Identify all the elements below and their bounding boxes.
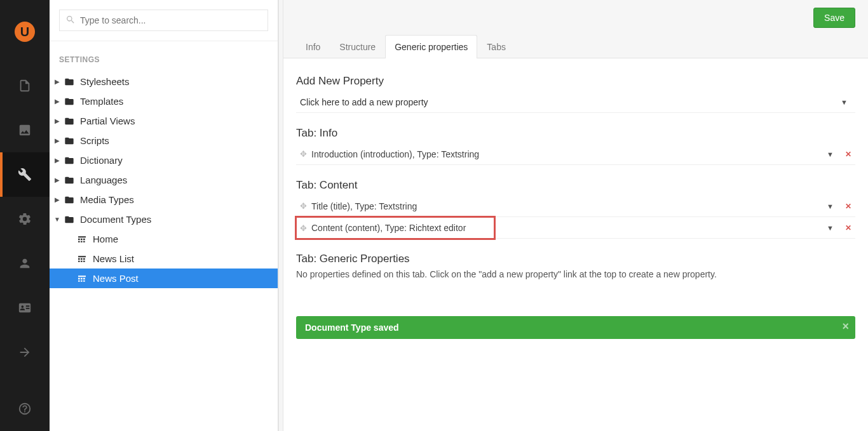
app-nav: U <box>0 0 50 431</box>
add-property-label: Click here to add a new property <box>300 97 833 107</box>
section-title: Tab: Info <box>296 127 855 140</box>
section-tab-content: Tab: Content ✥ Title (title), Type: Text… <box>296 179 855 239</box>
chevron-right-icon: ▶ <box>52 98 62 105</box>
nav-help[interactable] <box>0 387 50 431</box>
chevron-right-icon: ▶ <box>52 157 62 164</box>
tree-partial-views[interactable]: ▶Partial Views <box>50 111 278 131</box>
tree-dictionary[interactable]: ▶Dictionary <box>50 150 278 170</box>
chevron-down-icon: ▼ <box>52 216 62 223</box>
delete-icon[interactable]: ✕ <box>841 150 855 159</box>
tree-item-label: News Post <box>93 273 139 284</box>
chevron-right-icon: ▶ <box>52 176 62 183</box>
toast-success: Document Type saved × <box>296 316 855 339</box>
folder-icon <box>64 76 75 88</box>
tree-stylesheets[interactable]: ▶Stylesheets <box>50 72 278 91</box>
nav-settings[interactable] <box>0 152 50 197</box>
chevron-down-icon[interactable]: ▼ <box>819 224 841 232</box>
delete-icon[interactable]: ✕ <box>841 202 855 211</box>
tab-row: Info Structure Generic properties Tabs <box>283 35 868 58</box>
tab-generic-properties[interactable]: Generic properties <box>385 35 477 58</box>
nav-developer[interactable] <box>0 197 50 241</box>
tree-languages[interactable]: ▶Languages <box>50 170 278 190</box>
section-tab-info: Tab: Info ✥ Introduction (introduction),… <box>296 127 855 165</box>
search-input[interactable] <box>59 10 268 31</box>
tree-templates[interactable]: ▶Templates <box>50 91 278 111</box>
property-label: Content (content), Type: Richtext editor <box>311 223 494 233</box>
user-icon <box>18 256 32 270</box>
generic-help-text: No properties defined on this tab. Click… <box>296 269 855 279</box>
tree-scripts[interactable]: ▶Scripts <box>50 131 278 150</box>
chevron-down-icon[interactable]: ▼ <box>819 202 841 210</box>
move-icon[interactable]: ✥ <box>300 149 308 159</box>
tree-item-label: Stylesheets <box>80 76 130 87</box>
tab-info[interactable]: Info <box>296 35 330 58</box>
property-label: Title (title), Type: Textstring <box>311 201 819 211</box>
chevron-right-icon: ▶ <box>52 78 62 85</box>
tree-home[interactable]: Home <box>50 229 278 249</box>
tab-structure[interactable]: Structure <box>330 35 385 58</box>
property-row-content[interactable]: ✥ Content (content), Type: Richtext edit… <box>296 217 494 239</box>
tree-item-label: Home <box>93 234 118 244</box>
tree-section-label: SETTINGS <box>50 41 278 72</box>
nav-members[interactable] <box>0 286 50 330</box>
folder-icon <box>64 135 75 147</box>
folder-icon <box>64 194 75 206</box>
chevron-down-icon[interactable]: ▼ <box>819 150 841 158</box>
nav-forms[interactable] <box>0 330 50 375</box>
image-icon <box>18 123 32 137</box>
app-logo-icon[interactable]: U <box>15 22 35 42</box>
chevron-right-icon: ▶ <box>52 117 62 124</box>
folder-icon <box>64 96 75 107</box>
tab-tabs[interactable]: Tabs <box>477 35 515 58</box>
tree-item-label: Dictionary <box>80 155 123 166</box>
tree-media-types[interactable]: ▶Media Types <box>50 190 278 209</box>
tree-item-label: Scripts <box>80 135 109 146</box>
tree-item-label: Document Types <box>80 214 151 225</box>
chevron-right-icon: ▶ <box>52 196 62 203</box>
folder-icon <box>64 155 75 166</box>
section-tab-generic: Tab: Generic Properties No properties de… <box>296 253 855 279</box>
folder-icon <box>64 116 75 127</box>
help-icon <box>18 402 32 416</box>
tree-item-label: Partial Views <box>80 116 135 126</box>
arrow-right-icon <box>18 345 32 359</box>
doctype-icon <box>76 234 88 245</box>
nav-media[interactable] <box>0 108 50 152</box>
panel-divider[interactable] <box>278 0 283 431</box>
tree-item-label: Languages <box>80 175 127 185</box>
tree-document-types[interactable]: ▼Document Types <box>50 209 278 229</box>
search-row <box>50 0 278 41</box>
main-panel: Save Info Structure Generic properties T… <box>283 0 868 431</box>
folder-icon <box>64 214 75 225</box>
tree-panel: SETTINGS ▶Stylesheets ▶Templates ▶Partia… <box>50 0 278 431</box>
tree-news-list[interactable]: News List <box>50 249 278 269</box>
save-button[interactable]: Save <box>813 8 855 28</box>
property-row-introduction[interactable]: ✥ Introduction (introduction), Type: Tex… <box>296 143 855 165</box>
toolbar: Save <box>283 0 868 35</box>
section-title: Add New Property <box>296 75 855 88</box>
tree-item-label: Templates <box>80 96 123 107</box>
document-icon <box>18 79 32 93</box>
toast-message: Document Type saved <box>305 322 399 333</box>
wrench-icon <box>18 168 32 182</box>
property-row-title[interactable]: ✥ Title (title), Type: Textstring ▼ ✕ <box>296 196 855 217</box>
close-icon[interactable]: × <box>842 320 849 333</box>
section-title: Tab: Generic Properties <box>296 253 855 265</box>
add-property-row[interactable]: Click here to add a new property ▼ <box>296 91 855 113</box>
move-icon[interactable]: ✥ <box>300 223 308 233</box>
nav-users[interactable] <box>0 241 50 286</box>
nav-content[interactable] <box>0 63 50 108</box>
tree-root: ▶Stylesheets ▶Templates ▶Partial Views ▶… <box>50 72 278 288</box>
move-icon[interactable]: ✥ <box>300 201 308 211</box>
id-card-icon <box>18 301 32 315</box>
logo-wrap: U <box>15 0 35 63</box>
section-title: Tab: Content <box>296 179 855 192</box>
content-area: Add New Property Click here to add a new… <box>283 58 868 431</box>
tree-item-label: Media Types <box>80 194 134 205</box>
delete-icon[interactable]: ✕ <box>841 223 855 232</box>
section-add-new: Add New Property Click here to add a new… <box>296 75 855 113</box>
chevron-right-icon: ▶ <box>52 137 62 144</box>
gear-icon <box>18 212 32 226</box>
tree-news-post[interactable]: News Post <box>50 269 278 288</box>
chevron-down-icon: ▼ <box>833 98 855 106</box>
